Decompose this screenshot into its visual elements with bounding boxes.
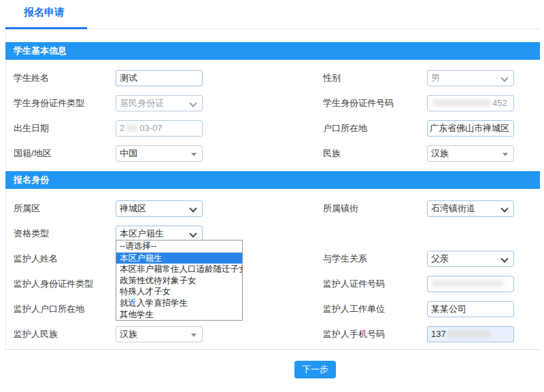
registration-form-page: 报名申请 学生基本信息 学生姓名 测试 性别 男 学生身份证件类型 居民身份证 … xyxy=(0,0,544,392)
guardian-phone-label: 监护人手机号码 xyxy=(323,329,385,340)
dropdown-option[interactable]: 就近入学直招学生 xyxy=(116,298,242,309)
town-street-label: 所属镇街 xyxy=(323,203,358,214)
qualification-type-label: 资格类型 xyxy=(14,228,49,239)
section-title: 学生基本信息 xyxy=(14,46,67,56)
guardian-ethnicity-select[interactable]: 汉族 xyxy=(116,326,203,342)
redacted-birth-digits xyxy=(126,124,138,132)
redacted-guardian-id xyxy=(432,280,503,287)
dropdown-option-placeholder[interactable]: --请选择-- xyxy=(116,240,242,253)
birth-date-suffix: 03-07 xyxy=(139,123,162,133)
guardian-name-label: 监护人姓名 xyxy=(14,253,58,264)
qualification-type-value: 本区户籍生 xyxy=(120,226,164,241)
guardian-employer-value: 某某公司 xyxy=(431,302,466,317)
dropdown-option[interactable]: 其他学生 xyxy=(116,309,242,321)
panel-left-border xyxy=(5,29,6,349)
birth-date-prefix: 2 xyxy=(120,123,124,133)
relationship-label: 与学生关系 xyxy=(323,253,367,264)
chevron-down-icon xyxy=(500,204,508,212)
gender-value: 男 xyxy=(431,71,440,86)
next-step-button[interactable]: 下一步 xyxy=(294,361,336,378)
footer-divider xyxy=(5,349,540,350)
section-header-student-info: 学生基本信息 xyxy=(5,42,540,60)
guardian-id-number-label: 监护人证件号码 xyxy=(323,279,385,289)
tab-registration-application[interactable]: 报名申请 xyxy=(24,6,65,19)
chevron-down-icon xyxy=(189,204,197,212)
dropdown-option[interactable]: 政策性优待对象子女 xyxy=(116,275,242,287)
gender-label: 性别 xyxy=(323,73,341,84)
nationality-value: 中国 xyxy=(120,146,137,161)
district-select[interactable]: 禅城区 xyxy=(116,200,203,217)
student-id-number-label: 学生身份证件号码 xyxy=(323,98,394,109)
dropdown-option[interactable]: 特殊人才子女 xyxy=(116,286,242,298)
gender-select[interactable]: 男 xyxy=(427,70,514,86)
guardian-ethnicity-value: 汉族 xyxy=(120,327,137,342)
relationship-select[interactable]: 父亲 xyxy=(427,251,514,267)
student-id-type-label: 学生身份证件类型 xyxy=(14,98,84,109)
caret-down-icon xyxy=(191,153,197,156)
chevron-down-icon xyxy=(189,230,197,237)
relationship-value: 父亲 xyxy=(431,251,449,266)
guardian-id-number-input[interactable] xyxy=(427,276,514,292)
redacted-phone-digits xyxy=(447,330,490,338)
ethnicity-select[interactable]: 汉族 xyxy=(427,145,514,162)
section-header-registration-identity: 报名身份 xyxy=(5,171,540,189)
guardian-employer-input[interactable]: 某某公司 xyxy=(427,301,514,317)
town-street-value: 石湾镇街道 xyxy=(431,201,475,216)
household-location-input[interactable]: 广东省佛山市禅城区 xyxy=(427,120,514,137)
guardian-ethnicity-label: 监护人民族 xyxy=(14,329,58,340)
town-street-select[interactable]: 石湾镇街道 xyxy=(427,200,514,217)
tab-active-indicator xyxy=(5,27,87,29)
district-label: 所属区 xyxy=(14,203,40,214)
birth-date-input[interactable]: 203-07 xyxy=(116,120,203,137)
caret-down-icon xyxy=(503,153,508,156)
district-value: 禅城区 xyxy=(120,201,146,216)
dropdown-option[interactable]: 本区非户籍常住人口适龄随迁子女 xyxy=(116,264,242,275)
student-name-value: 测试 xyxy=(120,71,137,86)
qualification-dropdown-list: --请选择-- 本区户籍生 本区非户籍常住人口适龄随迁子女 政策性优待对象子女 … xyxy=(116,240,243,321)
guardian-employer-label: 监护人工作单位 xyxy=(323,304,385,315)
chevron-down-icon xyxy=(189,99,197,107)
nationality-label: 国籍/地区 xyxy=(14,148,52,159)
household-location-value: 广东省佛山市禅城区 xyxy=(430,121,509,136)
section-title: 报名身份 xyxy=(14,175,49,185)
chevron-down-icon xyxy=(500,74,508,82)
chevron-down-icon xyxy=(500,255,508,262)
student-id-number-suffix: 452 xyxy=(492,98,507,108)
nationality-select[interactable]: 中国 xyxy=(116,145,203,162)
redacted-id-digits xyxy=(432,99,491,107)
ethnicity-label: 民族 xyxy=(323,148,341,159)
guardian-phone-input[interactable]: 137 xyxy=(427,326,514,342)
ethnicity-value: 汉族 xyxy=(431,146,449,161)
student-id-number-input[interactable]: 452 xyxy=(427,95,514,111)
household-location-label: 户口所在地 xyxy=(323,123,367,134)
student-id-type-select[interactable]: 居民身份证 xyxy=(116,95,203,111)
dropdown-option-selected[interactable]: 本区户籍生 xyxy=(116,253,242,264)
caret-down-icon xyxy=(191,334,197,337)
guardian-id-type-label: 监护人身份证件类型 xyxy=(14,279,93,289)
guardian-household-location-label: 监护人户口所在地 xyxy=(14,304,84,315)
student-name-input[interactable]: 测试 xyxy=(116,70,203,86)
birth-date-label: 出生日期 xyxy=(14,123,49,134)
student-id-type-value: 居民身份证 xyxy=(120,96,164,111)
student-name-label: 学生姓名 xyxy=(14,73,49,84)
guardian-phone-prefix: 137 xyxy=(431,329,446,339)
